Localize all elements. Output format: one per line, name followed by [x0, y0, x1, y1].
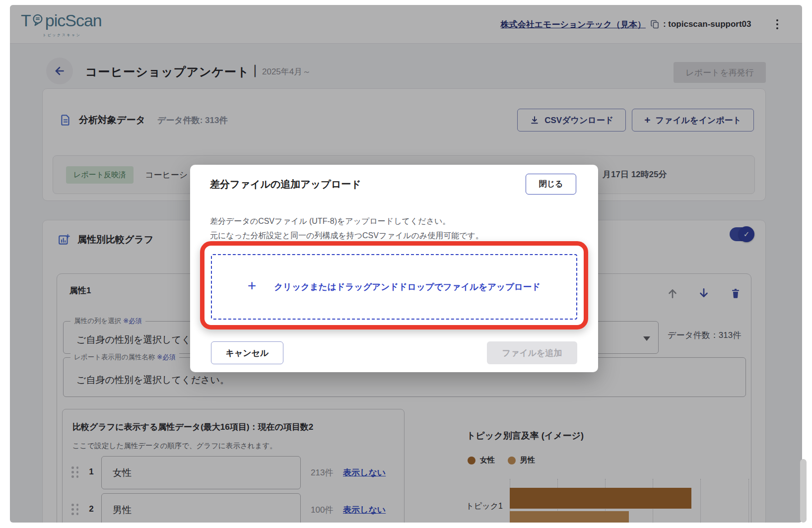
modal-submit-button: ファイルを追加: [487, 341, 577, 364]
file-dropzone[interactable]: + クリックまたはドラッグアンドドロップでファイルをアップロード: [211, 254, 577, 320]
plus-icon: +: [248, 277, 257, 294]
upload-modal: 差分ファイルの追加アップロード 閉じる 差分データのCSVファイル (UTF-8…: [190, 165, 598, 372]
modal-description-line1: 差分データのCSVファイル (UTF-8)をアップロードしてください。: [210, 216, 450, 227]
modal-close-button[interactable]: 閉じる: [526, 174, 576, 195]
scrollbar-thumb[interactable]: [800, 459, 807, 523]
dropzone-label: クリックまたはドラッグアンドドロップでファイルをアップロード: [274, 281, 541, 293]
app-window: TpicScan トピックスキャン 株式会社エモーションテック（見本） : to…: [10, 5, 802, 523]
modal-description-line2: 元になった分析設定と同一の列構成を持つCSVファイルのみ使用可能です。: [210, 231, 483, 241]
modal-cancel-button[interactable]: キャンセル: [211, 341, 283, 364]
modal-title: 差分ファイルの追加アップロード: [210, 178, 361, 191]
